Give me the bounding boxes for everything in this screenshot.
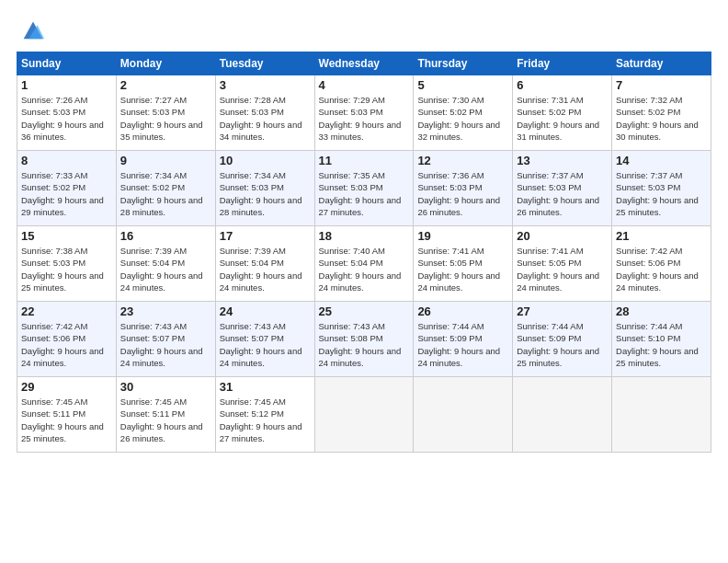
day-number: 28 [616, 304, 707, 318]
calendar-cell: 2Sunrise: 7:27 AMSunset: 5:03 PMDaylight… [116, 75, 215, 151]
calendar-row-3: 15Sunrise: 7:38 AMSunset: 5:03 PMDayligh… [17, 226, 711, 302]
cell-sunrise: Sunrise: 7:44 AM [417, 321, 483, 331]
day-number: 11 [319, 154, 410, 167]
day-number: 3 [220, 78, 311, 92]
cell-sunrise: Sunrise: 7:33 AM [21, 170, 87, 180]
calendar-cell: 3Sunrise: 7:28 AMSunset: 5:03 PMDaylight… [215, 75, 314, 151]
calendar-cell: 27Sunrise: 7:44 AMSunset: 5:09 PMDayligh… [513, 302, 612, 377]
col-header-wednesday: Wednesday [314, 52, 414, 75]
cell-sunrise: Sunrise: 7:37 AM [616, 170, 682, 180]
day-number: 19 [417, 229, 508, 243]
cell-sunset: Sunset: 5:04 PM [120, 258, 185, 268]
cell-daylight: Daylight: 9 hours and 30 minutes. [616, 120, 699, 142]
calendar-cell: 9Sunrise: 7:34 AMSunset: 5:02 PMDaylight… [116, 151, 215, 226]
cell-daylight: Daylight: 9 hours and 26 minutes. [120, 421, 203, 443]
cell-sunrise: Sunrise: 7:37 AM [517, 170, 583, 180]
cell-sunset: Sunset: 5:09 PM [417, 333, 482, 343]
day-number: 21 [616, 229, 707, 243]
calendar-cell: 29Sunrise: 7:45 AMSunset: 5:11 PMDayligh… [17, 377, 117, 453]
col-header-friday: Friday [513, 52, 612, 75]
cell-sunrise: Sunrise: 7:34 AM [120, 170, 187, 180]
cell-daylight: Daylight: 9 hours and 28 minutes. [220, 195, 302, 217]
cell-sunrise: Sunrise: 7:28 AM [220, 95, 286, 105]
calendar-cell: 24Sunrise: 7:43 AMSunset: 5:07 PMDayligh… [215, 302, 314, 377]
calendar-cell: 1Sunrise: 7:26 AMSunset: 5:03 PMDaylight… [17, 75, 117, 151]
col-header-saturday: Saturday [612, 52, 711, 75]
cell-daylight: Daylight: 9 hours and 24 minutes. [517, 270, 599, 293]
calendar-cell: 25Sunrise: 7:43 AMSunset: 5:08 PMDayligh… [314, 302, 414, 377]
header-area [17, 17, 711, 42]
day-number: 13 [517, 154, 608, 167]
calendar-row-5: 29Sunrise: 7:45 AMSunset: 5:11 PMDayligh… [17, 377, 711, 453]
day-number: 27 [517, 304, 608, 318]
day-number: 20 [517, 229, 608, 243]
cell-sunset: Sunset: 5:05 PM [517, 258, 581, 268]
cell-daylight: Daylight: 9 hours and 25 minutes. [517, 346, 599, 368]
cell-daylight: Daylight: 9 hours and 26 minutes. [417, 195, 500, 217]
cell-daylight: Daylight: 9 hours and 24 minutes. [417, 270, 500, 293]
cell-sunset: Sunset: 5:03 PM [120, 107, 185, 117]
cell-daylight: Daylight: 9 hours and 24 minutes. [616, 270, 699, 293]
cell-sunset: Sunset: 5:11 PM [21, 408, 85, 419]
calendar-cell: 16Sunrise: 7:39 AMSunset: 5:04 PMDayligh… [116, 226, 215, 302]
calendar-cell: 31Sunrise: 7:45 AMSunset: 5:12 PMDayligh… [215, 377, 314, 453]
calendar-table: SundayMondayTuesdayWednesdayThursdayFrid… [17, 52, 711, 453]
day-number: 4 [319, 78, 410, 92]
logo-icon [20, 17, 46, 42]
cell-daylight: Daylight: 9 hours and 24 minutes. [21, 346, 104, 368]
calendar-cell: 11Sunrise: 7:35 AMSunset: 5:03 PMDayligh… [314, 151, 414, 226]
cell-sunset: Sunset: 5:02 PM [21, 182, 85, 192]
calendar-cell: 20Sunrise: 7:41 AMSunset: 5:05 PMDayligh… [513, 226, 612, 302]
calendar-cell: 17Sunrise: 7:39 AMSunset: 5:04 PMDayligh… [215, 226, 314, 302]
day-number: 16 [120, 229, 211, 243]
cell-sunrise: Sunrise: 7:40 AM [319, 246, 385, 256]
day-number: 6 [517, 78, 608, 92]
cell-sunrise: Sunrise: 7:41 AM [417, 246, 483, 256]
calendar-cell: 13Sunrise: 7:37 AMSunset: 5:03 PMDayligh… [513, 151, 612, 226]
day-number: 25 [319, 304, 410, 318]
cell-sunset: Sunset: 5:03 PM [21, 107, 85, 117]
cell-daylight: Daylight: 9 hours and 24 minutes. [220, 270, 302, 293]
day-number: 29 [21, 380, 112, 394]
calendar-cell [513, 377, 612, 453]
day-number: 31 [220, 380, 311, 394]
cell-sunset: Sunset: 5:02 PM [517, 107, 581, 117]
day-number: 12 [417, 154, 508, 167]
cell-sunset: Sunset: 5:03 PM [220, 107, 284, 117]
day-number: 7 [616, 78, 707, 92]
day-number: 17 [220, 229, 311, 243]
calendar-cell: 6Sunrise: 7:31 AMSunset: 5:02 PMDaylight… [513, 75, 612, 151]
cell-sunset: Sunset: 5:11 PM [120, 408, 185, 419]
cell-sunset: Sunset: 5:07 PM [220, 333, 284, 343]
day-number: 22 [21, 304, 112, 318]
day-number: 24 [220, 304, 311, 318]
cell-daylight: Daylight: 9 hours and 28 minutes. [120, 195, 203, 217]
day-number: 23 [120, 304, 211, 318]
header-row: SundayMondayTuesdayWednesdayThursdayFrid… [17, 52, 711, 75]
cell-sunset: Sunset: 5:06 PM [616, 258, 680, 268]
cell-sunset: Sunset: 5:03 PM [616, 182, 680, 192]
cell-sunrise: Sunrise: 7:31 AM [517, 95, 583, 105]
calendar-cell: 19Sunrise: 7:41 AMSunset: 5:05 PMDayligh… [414, 226, 513, 302]
calendar-cell: 21Sunrise: 7:42 AMSunset: 5:06 PMDayligh… [612, 226, 711, 302]
cell-sunrise: Sunrise: 7:34 AM [220, 170, 286, 180]
calendar-cell: 23Sunrise: 7:43 AMSunset: 5:07 PMDayligh… [116, 302, 215, 377]
calendar-cell [612, 377, 711, 453]
cell-sunset: Sunset: 5:02 PM [417, 107, 482, 117]
col-header-thursday: Thursday [414, 52, 513, 75]
day-number: 30 [120, 380, 211, 394]
cell-sunrise: Sunrise: 7:32 AM [616, 95, 682, 105]
cell-sunset: Sunset: 5:03 PM [319, 107, 383, 117]
cell-sunrise: Sunrise: 7:29 AM [319, 95, 385, 105]
day-number: 26 [417, 304, 508, 318]
day-number: 14 [616, 154, 707, 167]
cell-daylight: Daylight: 9 hours and 34 minutes. [220, 120, 302, 142]
day-number: 2 [120, 78, 211, 92]
cell-sunset: Sunset: 5:03 PM [319, 182, 383, 192]
cell-sunrise: Sunrise: 7:43 AM [120, 321, 187, 331]
day-number: 8 [21, 154, 112, 167]
cell-sunset: Sunset: 5:03 PM [517, 182, 581, 192]
page: SundayMondayTuesdayWednesdayThursdayFrid… [0, 0, 728, 563]
cell-sunset: Sunset: 5:04 PM [319, 258, 383, 268]
cell-sunset: Sunset: 5:03 PM [220, 182, 284, 192]
